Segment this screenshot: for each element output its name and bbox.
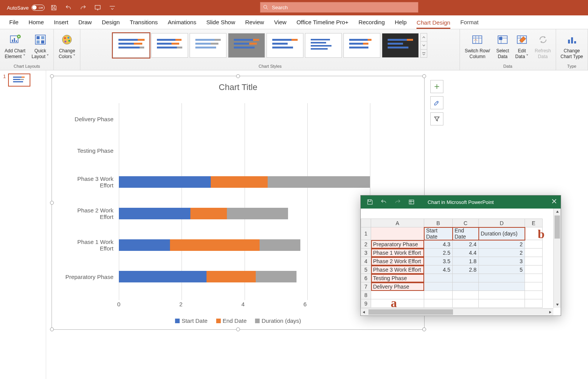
search-input[interactable]: Search xyxy=(260,2,418,13)
tab-chart-design[interactable]: Chart Design xyxy=(416,18,450,29)
excel-redo-icon[interactable] xyxy=(393,197,402,207)
change-colors-button[interactable]: Change Colors ˅ xyxy=(56,32,78,60)
cell[interactable]: Duration (days) xyxy=(479,227,525,240)
svg-rect-42 xyxy=(272,47,293,48)
x-axis: 02468 xyxy=(119,301,370,312)
select-all-corner[interactable] xyxy=(361,219,371,227)
svg-rect-47 xyxy=(349,39,368,41)
quick-layout-button[interactable]: Quick Layout ˅ xyxy=(29,32,51,60)
resize-handle[interactable] xyxy=(422,74,426,78)
tab-format[interactable]: Format xyxy=(460,17,479,27)
chart-style-8[interactable] xyxy=(382,33,419,58)
gallery-up-button[interactable] xyxy=(421,33,427,42)
chart-legend[interactable]: Start Date End Date Duration (days) xyxy=(175,317,301,324)
tab-recording[interactable]: Recording xyxy=(358,17,385,27)
chart-style-7[interactable] xyxy=(343,33,380,58)
undo-icon[interactable] xyxy=(63,2,74,13)
present-icon[interactable] xyxy=(92,2,103,13)
column-header-a[interactable]: A xyxy=(371,219,424,227)
resize-handle[interactable] xyxy=(236,327,240,331)
column-header-c[interactable]: C xyxy=(453,219,479,227)
edit-data-button[interactable]: Edit Data ˅ xyxy=(513,32,531,60)
tab-file[interactable]: File xyxy=(9,17,18,27)
chart-style-2[interactable] xyxy=(151,33,188,58)
tab-office-timeline[interactable]: Office Timeline Pro+ xyxy=(296,17,348,27)
svg-point-1 xyxy=(264,5,267,8)
ribbon: Add Chart Element ˅ Quick Layout ˅ Chart… xyxy=(0,29,588,70)
chart-style-3[interactable] xyxy=(190,33,227,58)
excel-open-icon[interactable] xyxy=(407,197,416,207)
slide-thumbnail-panel: 1 xyxy=(0,70,46,379)
cell[interactable]: End Date xyxy=(453,227,479,240)
chart-style-6[interactable] xyxy=(305,33,342,58)
vertical-scrollbar[interactable] xyxy=(553,209,561,308)
svg-rect-36 xyxy=(234,43,249,45)
svg-rect-55 xyxy=(388,47,408,48)
resize-handle[interactable] xyxy=(422,327,426,331)
chart-style-1[interactable] xyxy=(113,33,150,58)
resize-handle[interactable] xyxy=(50,74,54,78)
chart-filters-button[interactable] xyxy=(430,112,443,125)
data-grid[interactable]: A B C D E 1 Start Date End Date Duration… xyxy=(361,219,543,308)
excel-close-button[interactable] xyxy=(551,199,557,205)
svg-rect-65 xyxy=(13,79,20,80)
column-header-b[interactable]: B xyxy=(424,219,453,227)
cell[interactable] xyxy=(371,227,424,240)
slide-thumbnail-1[interactable] xyxy=(8,73,30,87)
column-header-e[interactable]: E xyxy=(525,219,543,227)
group-label-data: Data xyxy=(503,64,512,68)
redo-icon[interactable] xyxy=(78,2,88,13)
plot-area[interactable] xyxy=(119,103,370,300)
switch-row-column-button[interactable]: Switch Row/ Column xyxy=(462,32,492,60)
svg-rect-17 xyxy=(118,39,138,41)
svg-rect-41 xyxy=(272,43,288,45)
column-header-d[interactable]: D xyxy=(479,219,525,227)
tab-help[interactable]: Help xyxy=(395,17,407,27)
cell[interactable]: Start Date xyxy=(424,227,453,240)
chart-elements-button[interactable] xyxy=(430,80,443,93)
svg-rect-67 xyxy=(13,81,23,82)
tab-review[interactable]: Review xyxy=(245,17,264,27)
svg-rect-11 xyxy=(41,40,44,43)
category-label: Phase 1 Work Effort xyxy=(64,239,113,252)
chart-data-editor: Chart in Microsoft PowerPoint A B C D E … xyxy=(360,195,561,316)
titlebar: AutoSave Off Presentation1 - PowerPoint … xyxy=(0,0,588,15)
tab-view[interactable]: View xyxy=(274,17,287,27)
svg-rect-23 xyxy=(157,39,175,41)
chart-style-5[interactable] xyxy=(267,33,303,58)
chart-styles-button[interactable] xyxy=(430,96,443,109)
svg-point-16 xyxy=(65,41,67,43)
save-icon[interactable] xyxy=(48,2,59,13)
tab-animations[interactable]: Animations xyxy=(168,17,196,27)
tab-design[interactable]: Design xyxy=(102,17,120,27)
tab-transitions[interactable]: Transitions xyxy=(130,17,158,27)
svg-rect-39 xyxy=(272,39,292,41)
svg-rect-3 xyxy=(12,40,13,42)
svg-rect-64 xyxy=(22,77,25,78)
svg-point-12 xyxy=(62,35,72,44)
resize-handle[interactable] xyxy=(50,201,54,205)
tab-home[interactable]: Home xyxy=(28,17,44,27)
svg-rect-53 xyxy=(407,39,413,41)
add-chart-element-button[interactable]: Add Chart Element ˅ xyxy=(2,32,28,60)
annotation-b: b xyxy=(538,227,545,241)
excel-undo-icon[interactable] xyxy=(379,197,388,207)
chart-title[interactable]: Chart Title xyxy=(52,82,424,92)
tab-draw[interactable]: Draw xyxy=(78,17,92,27)
svg-rect-24 xyxy=(175,39,182,41)
svg-rect-45 xyxy=(311,45,331,47)
change-chart-type-button[interactable]: Change Chart Type xyxy=(558,32,585,60)
gallery-down-button[interactable] xyxy=(421,42,427,50)
autosave-toggle[interactable]: AutoSave Off xyxy=(7,5,45,11)
qat-more-icon[interactable] xyxy=(107,2,118,13)
autosave-label: AutoSave xyxy=(7,5,28,11)
chart-style-4[interactable] xyxy=(228,33,265,58)
tab-slideshow[interactable]: Slide Show xyxy=(206,17,235,27)
select-data-button[interactable]: Select Data xyxy=(494,32,511,60)
horizontal-scrollbar[interactable] xyxy=(361,308,553,316)
resize-handle[interactable] xyxy=(236,74,240,78)
resize-handle[interactable] xyxy=(50,327,54,331)
excel-save-icon[interactable] xyxy=(365,197,375,207)
gallery-more-button[interactable] xyxy=(421,50,427,57)
tab-insert[interactable]: Insert xyxy=(54,17,68,27)
